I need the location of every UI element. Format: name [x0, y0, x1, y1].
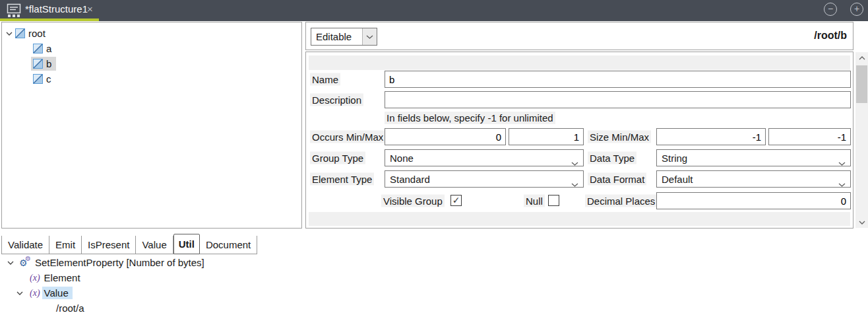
- title-bar: *flatStructure1 × − +: [0, 0, 868, 21]
- element-type-value: Standard: [390, 174, 430, 185]
- rule-node-value-selected[interactable]: (x) Value: [16, 285, 73, 301]
- tree-item-a[interactable]: a: [2, 41, 301, 56]
- tab-util-active[interactable]: Util: [173, 234, 200, 254]
- element-icon: [33, 59, 43, 69]
- decimal-places-input[interactable]: [656, 192, 851, 209]
- data-type-select[interactable]: String: [656, 149, 851, 166]
- tab-emit[interactable]: Emit: [49, 236, 82, 254]
- occurs-max-input[interactable]: [509, 128, 584, 145]
- scroll-down-icon[interactable]: [855, 217, 868, 228]
- rule-node-label: /root/a: [56, 302, 84, 314]
- rule-node-function[interactable]: ⚙⚙ SetElementProperty [Number of bytes]: [7, 255, 204, 270]
- chevron-down-icon[interactable]: [362, 28, 377, 45]
- visible-group-label: Visible Group: [381, 195, 445, 207]
- tree-item-b-selected[interactable]: b: [2, 56, 301, 71]
- group-type-value: None: [390, 153, 414, 164]
- tree-item-label: b: [46, 58, 51, 69]
- document-tab-title[interactable]: *flatStructure1: [25, 3, 88, 15]
- null-label: Null: [524, 195, 545, 207]
- selected-element-path: /root/b: [814, 30, 847, 42]
- rule-node-label-selected: Value: [42, 287, 73, 299]
- description-row: Description: [306, 91, 853, 108]
- chevron-down-icon[interactable]: [7, 261, 15, 265]
- unlimited-note: In fields below, specify -1 for unlimite…: [385, 112, 555, 124]
- data-format-label: Data Format: [588, 173, 646, 186]
- function-x-icon: (x): [30, 273, 40, 283]
- group-data-type-row: Group Type None Data Type String: [306, 149, 853, 166]
- rule-node-label: Element: [44, 272, 80, 283]
- group-type-label: Group Type: [310, 152, 365, 164]
- description-label: Description: [310, 94, 363, 106]
- active-tab-indicator: [0, 18, 99, 21]
- form-spacer-strip: [309, 212, 850, 226]
- tree-item-label: a: [46, 43, 51, 54]
- chevron-down-icon: [838, 157, 846, 168]
- editor-header: Editable /root/b: [305, 22, 853, 50]
- size-min-input[interactable]: [656, 128, 766, 145]
- tab-close-icon[interactable]: ×: [87, 3, 93, 15]
- rule-node-path[interactable]: /root/a: [56, 301, 84, 316]
- tab-ispresent[interactable]: IsPresent: [82, 236, 136, 254]
- form-spacer-strip: [309, 55, 850, 70]
- data-format-select[interactable]: Default: [656, 170, 851, 188]
- scrollbar-thumb[interactable]: [856, 65, 867, 103]
- null-checkbox[interactable]: [548, 195, 559, 206]
- structure-tree-panel: root a b: [1, 22, 302, 229]
- size-label: Size Min/Max: [588, 131, 651, 143]
- chevron-down-icon[interactable]: [5, 32, 13, 36]
- visible-group-checkbox[interactable]: ✓: [450, 195, 462, 206]
- size-max-input[interactable]: [768, 128, 851, 145]
- name-input[interactable]: [385, 71, 851, 88]
- data-type-label: Data Type: [588, 152, 636, 164]
- form-scrollbar[interactable]: [855, 52, 868, 228]
- name-label: Name: [310, 73, 340, 86]
- element-icon: [15, 28, 25, 38]
- tab-validate[interactable]: Validate: [1, 236, 49, 254]
- data-format-value: Default: [662, 174, 693, 185]
- tree-item-root[interactable]: root: [2, 26, 301, 41]
- tree-item-label: root: [28, 28, 46, 39]
- mode-select[interactable]: Editable: [311, 28, 377, 46]
- chevron-down-icon[interactable]: [16, 291, 24, 295]
- group-type-select[interactable]: None: [385, 149, 584, 166]
- element-icon: [33, 44, 43, 53]
- tree-selection-highlight: b: [31, 57, 56, 71]
- scroll-up-icon[interactable]: [855, 52, 868, 63]
- occurs-label: Occurs Min/Max: [310, 131, 385, 143]
- name-row: Name: [306, 71, 853, 88]
- chevron-down-icon: [571, 178, 578, 189]
- chevron-down-icon: [571, 157, 578, 168]
- note-row: In fields below, specify -1 for unlimite…: [306, 112, 853, 125]
- collapse-button[interactable]: −: [824, 3, 837, 16]
- gears-icon: ⚙⚙: [20, 258, 31, 268]
- occurs-size-row: Occurs Min/Max Size Min/Max: [306, 128, 853, 145]
- element-type-label: Element Type: [310, 173, 374, 186]
- tab-value[interactable]: Value: [136, 236, 173, 254]
- tree-item-c[interactable]: c: [2, 71, 301, 87]
- tab-document[interactable]: Document: [200, 236, 257, 254]
- chevron-down-icon: [838, 178, 846, 189]
- properties-form: Name Description In fields below, specif…: [305, 52, 853, 229]
- mode-select-value: Editable: [311, 28, 362, 45]
- data-type-value: String: [662, 153, 687, 164]
- rule-node-element[interactable]: (x) Element: [30, 270, 80, 285]
- decimal-places-label: Decimal Places: [585, 195, 657, 207]
- element-icon: [33, 74, 43, 84]
- occurs-min-input[interactable]: [385, 128, 506, 145]
- checkbox-row: Visible Group ✓ Null Decimal Places: [306, 194, 853, 208]
- description-input[interactable]: [385, 91, 851, 108]
- expand-button[interactable]: +: [850, 3, 863, 16]
- rule-node-label: SetElementProperty [Number of bytes]: [35, 257, 204, 268]
- tree-item-label: c: [46, 73, 51, 85]
- function-x-icon: (x): [30, 288, 40, 299]
- element-type-select[interactable]: Standard: [385, 170, 584, 188]
- structure-document-icon: [7, 3, 21, 18]
- element-type-format-row: Element Type Standard Data Format Defaul…: [306, 170, 853, 188]
- rule-tab-strip: Validate Emit IsPresent Value Util Docum…: [1, 233, 257, 254]
